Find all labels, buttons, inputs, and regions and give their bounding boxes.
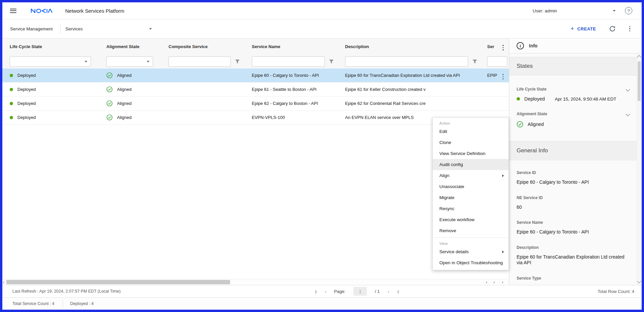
scroll-left-icon[interactable]: ‹ bbox=[3, 280, 4, 285]
app-window: Network Services Platform User: admin ? … bbox=[0, 0, 644, 312]
table-header-row: Life Cycle State Alignment State Composi… bbox=[2, 38, 509, 54]
menu-item-audit-config[interactable]: Audit config bbox=[433, 159, 509, 170]
menu-item-service-details[interactable]: Service details bbox=[433, 246, 509, 257]
info-panel-title: Info bbox=[529, 43, 538, 48]
horizontal-scrollbar-thumb[interactable] bbox=[6, 280, 230, 284]
scroll-up-icon[interactable] bbox=[637, 55, 641, 59]
deployed-dot-icon bbox=[10, 102, 13, 105]
service-id-label: Service ID bbox=[517, 170, 637, 175]
aligned-check-icon bbox=[517, 121, 523, 128]
help-icon[interactable]: ? bbox=[625, 7, 632, 14]
view-selector-caret-icon bbox=[149, 28, 152, 30]
life-cycle-state-label: Life Cycle State bbox=[517, 87, 637, 92]
service-name-label: Service Name bbox=[517, 220, 637, 225]
menu-item-align[interactable]: Align bbox=[433, 170, 509, 181]
menu-item-view-service-definition[interactable]: View Service Definition bbox=[433, 148, 509, 159]
filter-service-name-funnel-icon[interactable] bbox=[329, 59, 334, 64]
context-menu-action-header: Action bbox=[433, 118, 509, 126]
view-selector[interactable]: Services bbox=[66, 26, 152, 31]
next-page-button[interactable]: › bbox=[388, 289, 389, 294]
horizontal-scrollbar: ‹ › ‹ › bbox=[2, 279, 509, 285]
states-section-header: States bbox=[509, 57, 637, 75]
user-caret-icon[interactable] bbox=[613, 10, 616, 12]
panel-vertical-scrollbar bbox=[637, 53, 641, 285]
toolbar-divider bbox=[60, 24, 61, 34]
description-value: Epipe 60 for TransCanadian Exploration L… bbox=[517, 254, 629, 266]
menu-item-remove[interactable]: Remove bbox=[433, 225, 509, 236]
last-page-button[interactable]: ›| bbox=[397, 289, 399, 294]
filter-service-name-input[interactable] bbox=[252, 56, 325, 67]
column-header-service-name[interactable]: Service Name bbox=[244, 44, 338, 49]
aligned-check-icon bbox=[106, 72, 113, 79]
panel-collapse-left-icon[interactable]: ‹ bbox=[494, 280, 495, 285]
filter-alignment-state-select[interactable] bbox=[106, 56, 153, 67]
scroll-right-icon[interactable]: › bbox=[486, 280, 487, 285]
breadcrumb[interactable]: Service Management bbox=[10, 26, 53, 31]
deployed-dot-icon bbox=[10, 88, 13, 91]
alignment-state-value: Aligned bbox=[517, 121, 637, 128]
refresh-icon[interactable] bbox=[609, 25, 616, 32]
submenu-arrow-icon bbox=[502, 251, 504, 253]
aligned-check-icon bbox=[106, 100, 113, 107]
toolbar: Service Management Services + CREATE bbox=[2, 19, 642, 38]
hamburger-menu-icon[interactable] bbox=[10, 9, 16, 13]
column-header-composite-service[interactable]: Composite Service bbox=[161, 44, 244, 49]
column-header-alignment-state[interactable]: Alignment State bbox=[99, 44, 161, 49]
menu-item-migrate[interactable]: Migrate bbox=[433, 192, 509, 203]
row-context-menu: Action Edit Clone View Service Definitio… bbox=[432, 117, 509, 270]
summary-footer: Total Service Count : 4 Deployed : 4 bbox=[2, 297, 642, 310]
service-type-label: Service Type bbox=[517, 276, 637, 281]
user-menu[interactable]: User: admin bbox=[533, 8, 616, 13]
main-area: Life Cycle State Alignment State Composi… bbox=[2, 38, 642, 285]
filter-service-type-input[interactable] bbox=[487, 56, 507, 67]
filter-description-funnel-icon[interactable] bbox=[472, 59, 477, 64]
column-settings-kebab-icon[interactable] bbox=[495, 44, 505, 51]
chevron-down-icon[interactable] bbox=[626, 87, 630, 92]
chevron-down-icon[interactable] bbox=[626, 112, 630, 116]
create-button[interactable]: + CREATE bbox=[570, 26, 596, 32]
status-bar: Last Refresh : Apr 19, 2024, 2:07:57 PM … bbox=[2, 285, 642, 297]
table-row[interactable]: Deployed Aligned Epipe 60 - Calgary to T… bbox=[2, 68, 509, 83]
info-panel-header: i Info bbox=[509, 38, 641, 53]
menu-item-resync[interactable]: Resync bbox=[433, 203, 509, 214]
user-label: User: admin bbox=[533, 8, 557, 13]
filter-description-input[interactable] bbox=[345, 56, 468, 67]
prev-page-button[interactable]: ‹ bbox=[325, 289, 326, 294]
aligned-check-icon bbox=[106, 86, 113, 93]
panel-scrollbar-thumb[interactable] bbox=[638, 61, 641, 101]
menu-item-execute-workflow[interactable]: Execute workflow bbox=[433, 214, 509, 225]
deployed-dot-icon bbox=[517, 97, 520, 101]
column-header-description[interactable]: Description bbox=[338, 44, 480, 49]
description-label: Description bbox=[517, 245, 637, 250]
scroll-down-icon[interactable] bbox=[637, 279, 641, 283]
first-page-button[interactable]: |‹ bbox=[315, 289, 317, 294]
total-row-count: Total Row Count: 4 bbox=[598, 289, 634, 294]
service-id-value: Epipe 60 - Calgary to Toronto - API bbox=[517, 179, 629, 185]
context-menu-view-header: View bbox=[433, 238, 509, 246]
menu-item-clone[interactable]: Clone bbox=[433, 137, 509, 148]
ne-service-id-label: NE Service ID bbox=[517, 195, 637, 200]
row-actions-kebab-icon[interactable] bbox=[502, 73, 505, 80]
toolbar-kebab-icon[interactable] bbox=[629, 25, 631, 32]
service-name-value: Epipe 60 - Calgary to Toronto - API bbox=[517, 229, 629, 235]
life-cycle-state-value: Deployed Apr 15, 2024, 9:50:48 AM EDT bbox=[517, 96, 637, 102]
table-row[interactable]: Deployed Aligned Epipe 61 - Seattle to B… bbox=[2, 83, 509, 97]
column-header-life-cycle-state[interactable]: Life Cycle State bbox=[2, 44, 99, 49]
filter-composite-service-funnel-icon[interactable] bbox=[235, 59, 240, 64]
column-header-service-type[interactable]: Ser bbox=[480, 44, 509, 49]
menu-item-unassociate[interactable]: Unassociate bbox=[433, 181, 509, 192]
filter-life-cycle-state-select[interactable] bbox=[10, 56, 91, 67]
filter-composite-service-input[interactable] bbox=[169, 56, 231, 67]
page-input[interactable] bbox=[353, 287, 367, 296]
aligned-check-icon bbox=[106, 114, 113, 121]
deployed-dot-icon bbox=[10, 116, 13, 119]
menu-item-open-in-object-troubleshooting[interactable]: Open in Object Troubleshooting bbox=[433, 257, 509, 268]
panel-expand-right-icon[interactable]: › bbox=[502, 280, 503, 285]
nokia-logo bbox=[31, 9, 53, 13]
menu-item-edit[interactable]: Edit bbox=[433, 126, 509, 137]
table-row[interactable]: Deployed Aligned Epipe 62 - Calgary to B… bbox=[2, 97, 509, 111]
general-info-section-header: General Info bbox=[509, 141, 637, 160]
deployed-dot-icon bbox=[10, 74, 13, 77]
submenu-arrow-icon bbox=[502, 174, 504, 177]
info-panel: i Info States Life Cycle State Deployed … bbox=[509, 38, 641, 285]
